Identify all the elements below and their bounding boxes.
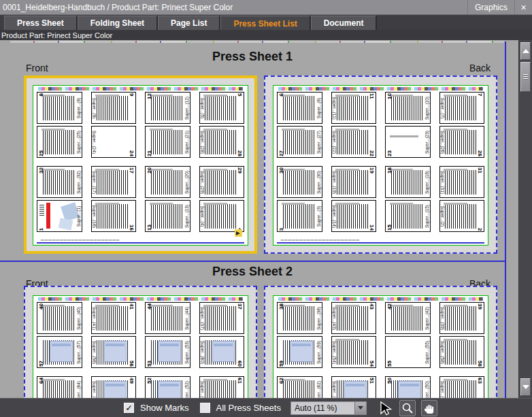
page-number: 12 bbox=[147, 93, 152, 99]
page-cell[interactable]: Super...(23)23 bbox=[385, 126, 431, 158]
page-cell[interactable]: Super...(7)7 bbox=[439, 92, 485, 124]
vertical-scrollbar[interactable] bbox=[518, 40, 532, 398]
page-number: 13 bbox=[147, 224, 152, 231]
page-cell[interactable]: Super...(6)6 bbox=[277, 92, 322, 124]
page-cell[interactable]: Super...(39)39 bbox=[439, 302, 485, 334]
page-cell[interactable]: Super...(64)64 bbox=[37, 376, 82, 398]
back-label: Back bbox=[469, 63, 491, 73]
page-cell[interactable]: Super...(24)24 bbox=[91, 126, 137, 158]
scroll-down-button[interactable] bbox=[520, 378, 531, 396]
page-cell[interactable]: Super...(8)8 bbox=[37, 92, 82, 124]
page-cell[interactable]: Super...(14)14 bbox=[331, 200, 377, 232]
page-cell[interactable]: Super...(32)32 bbox=[37, 166, 82, 198]
page-cell[interactable]: Super...(38)38 bbox=[277, 302, 322, 334]
zoom-tool-button[interactable] bbox=[399, 400, 416, 416]
page-cell[interactable]: Super...(41)41 bbox=[91, 302, 137, 334]
page-number: 58 bbox=[477, 361, 482, 367]
page-cell[interactable]: Super...(57)57 bbox=[37, 336, 82, 368]
page-cell[interactable]: Super...(28)28 bbox=[199, 126, 245, 158]
page-cell[interactable]: Super...(11)11 bbox=[331, 92, 377, 124]
page-cell[interactable]: Super...(18)18 bbox=[385, 166, 431, 198]
press-sheet-title: Press Sheet 1 bbox=[0, 50, 505, 64]
page-cell[interactable]: Super...(21)21 bbox=[145, 126, 190, 158]
page-cell[interactable]: Super...(53)53 bbox=[145, 336, 190, 368]
tab-folding-sheet[interactable]: Folding Sheet bbox=[78, 16, 158, 30]
page-label: Super...(55) bbox=[425, 341, 430, 364]
page-cell[interactable]: Super...(3)3 bbox=[277, 200, 322, 232]
page-row: Super...(8)8Super...(9)9Super...(12)12Su… bbox=[37, 92, 244, 124]
page-number: 44 bbox=[147, 303, 152, 310]
page-cell[interactable]: Super...(49)49 bbox=[91, 376, 137, 398]
page-cell[interactable]: Super...(60)60 bbox=[199, 336, 245, 368]
page-cell[interactable]: Super...(55)55 bbox=[385, 336, 431, 368]
page-cell[interactable]: Super...(10)10 bbox=[385, 92, 431, 124]
page-cell[interactable]: Super...(27)27 bbox=[277, 126, 322, 158]
page-cell[interactable]: Super...(20)20 bbox=[145, 166, 190, 198]
page-number: 10 bbox=[387, 93, 393, 99]
page-cell[interactable]: Super...(43)43 bbox=[331, 302, 377, 334]
show-marks-checkbox[interactable]: ✓ bbox=[124, 403, 134, 413]
sheet-1-back[interactable]: Super...(6)6Super...(11)11Super...(10)10… bbox=[264, 76, 497, 254]
select-tool-button[interactable] bbox=[376, 399, 394, 417]
page-cell[interactable]: Super...(16)16 bbox=[91, 200, 137, 232]
page-cell[interactable]: Super...(25)25 bbox=[37, 126, 82, 158]
page-cell[interactable]: Super...(26)26 bbox=[439, 126, 485, 158]
page-number: 53 bbox=[147, 361, 152, 367]
page-cell[interactable]: Super...(40)40 bbox=[37, 302, 82, 334]
page-cell[interactable]: Super...(19)19 bbox=[331, 166, 377, 198]
scroll-up-button[interactable] bbox=[520, 42, 531, 60]
page-cell[interactable]: Super...(50)50 bbox=[385, 376, 431, 398]
page-cell[interactable]: Super...(4)4 bbox=[199, 200, 245, 232]
page-cell[interactable]: Super...(52)52 bbox=[145, 376, 190, 398]
tab-page-list[interactable]: Page List bbox=[158, 16, 220, 30]
page-content-thumbnail bbox=[151, 170, 182, 194]
page-cell[interactable]: Super...(2)2 bbox=[439, 200, 485, 232]
page-cell[interactable]: Super...(22)22 bbox=[331, 126, 377, 158]
page-cell[interactable]: Super...(17)17 bbox=[91, 166, 137, 198]
tab-press-sheet-list[interactable]: Press Sheet List bbox=[220, 16, 310, 31]
page-cell[interactable]: Super...(15)15 bbox=[385, 200, 431, 232]
page-content-thumbnail bbox=[43, 170, 74, 194]
page-number: 29 bbox=[237, 167, 242, 173]
page-cell[interactable]: Super...(54)54 bbox=[331, 336, 377, 368]
page-cell[interactable]: Super...(13)13 bbox=[145, 200, 190, 232]
page-cell[interactable]: Super...(31)31 bbox=[439, 166, 485, 198]
page-cell[interactable]: Super...(58)58 bbox=[439, 336, 485, 368]
graphics-menu[interactable]: Graphics bbox=[467, 0, 514, 14]
page-cell[interactable]: Super...(30)30 bbox=[277, 166, 322, 198]
sheet-2-front[interactable]: Super...(40)40Super...(41)41Super...(44)… bbox=[24, 286, 257, 398]
page-label: Super...(38) bbox=[317, 307, 322, 330]
page-cell[interactable]: Super...(51)51 bbox=[331, 376, 377, 398]
dropdown-arrow-button[interactable] bbox=[354, 402, 366, 414]
page-cell[interactable]: Super...(59)59 bbox=[277, 336, 322, 368]
page-cell[interactable]: Super...(37)37 bbox=[199, 302, 245, 334]
page-cell[interactable]: Super...(29)29 bbox=[199, 166, 245, 198]
page-cell[interactable]: Super...(61)61 bbox=[199, 376, 245, 398]
page-cell[interactable]: Super...(42)42 bbox=[385, 302, 431, 334]
page-label: Super...(58) bbox=[440, 341, 445, 364]
page-content-thumbnail bbox=[283, 380, 314, 398]
page-cell[interactable]: Super...(44)44 bbox=[145, 302, 190, 334]
scroll-thumb[interactable] bbox=[520, 62, 531, 92]
page-cell[interactable]: Super...(63)63 bbox=[439, 376, 485, 398]
page-row: Super...(40)40Super...(41)41Super...(44)… bbox=[37, 302, 244, 334]
close-icon[interactable]: × bbox=[514, 0, 532, 14]
page-content-thumbnail bbox=[205, 130, 236, 154]
page-cell[interactable]: Super...(1)1 bbox=[37, 200, 82, 232]
page-cell[interactable]: Super...(5)5 bbox=[199, 92, 245, 124]
sheet-1-front[interactable]: Super...(8)8Super...(9)9Super...(12)12Su… bbox=[24, 76, 257, 254]
cover-red-stripe bbox=[46, 203, 50, 229]
tab-document[interactable]: Document bbox=[311, 16, 378, 30]
page-cell[interactable]: Super...(12)12 bbox=[145, 92, 190, 124]
all-press-sheets-checkbox[interactable] bbox=[200, 403, 210, 413]
tab-press-sheet[interactable]: Press Sheet bbox=[4, 16, 78, 30]
page-cell[interactable]: Super...(9)9 bbox=[91, 92, 137, 124]
zoom-level-select[interactable]: Auto (11 %) bbox=[290, 401, 367, 415]
page-cell[interactable]: Super...(56)56 bbox=[91, 336, 137, 368]
page-label: Super...(50) bbox=[425, 381, 430, 398]
pan-tool-button[interactable] bbox=[421, 400, 437, 416]
sheet-2-back[interactable]: Super...(38)38Super...(43)43Super...(42)… bbox=[264, 286, 497, 398]
page-number: 14 bbox=[369, 224, 374, 231]
page-screenshot-thumbnail bbox=[104, 381, 127, 398]
page-cell[interactable]: Super...(62)62 bbox=[277, 376, 322, 398]
